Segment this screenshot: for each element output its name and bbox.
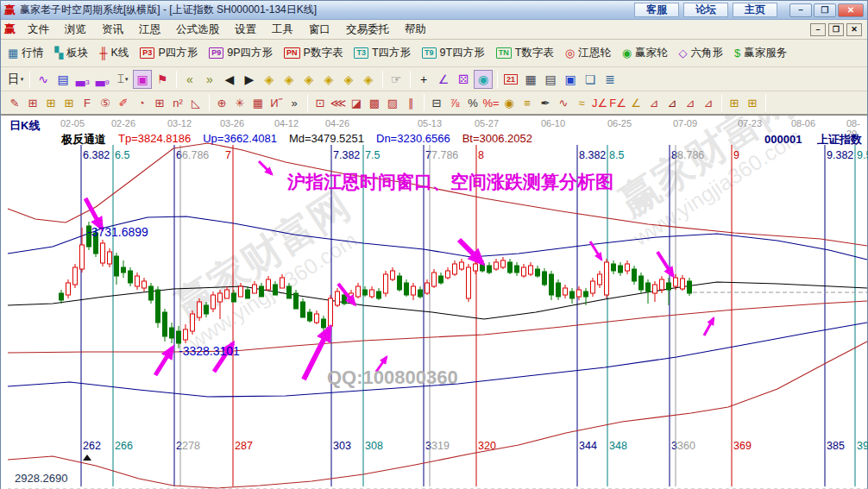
timeshare-icon[interactable]: ∿ [34, 70, 53, 89]
grid-icon[interactable]: ⊞ [24, 94, 41, 112]
ying-angle-icon[interactable]: ⊿ [682, 94, 699, 112]
more-tools-icon[interactable]: » [286, 94, 303, 112]
chart-switch-icon[interactable]: ▣ [133, 70, 152, 89]
parallel-lines-icon[interactable]: ∥ [402, 94, 419, 112]
menu-item-资讯[interactable]: 资讯 [94, 22, 131, 37]
compress-x-icon[interactable]: ◈ [319, 70, 338, 89]
chart-canvas[interactable]: 赢家财富网www.yingjia360.com赢家财富网www.yingjia3… [1, 116, 868, 489]
color-flag-icon[interactable]: ⚑ [153, 70, 172, 89]
toolbar-t-table-button[interactable]: TNT数字表 [496, 46, 554, 60]
minimize-button[interactable]: – [789, 3, 812, 17]
wave-icon[interactable]: ∿ [555, 94, 572, 112]
candle-style-icon[interactable]: ⌶▾ [113, 70, 132, 89]
percent-cut-icon[interactable]: ⅞ [446, 94, 463, 112]
forum-button[interactable]: 论坛 [683, 3, 728, 17]
toolbar-winner-wheel-button[interactable]: ◉赢家轮 [622, 46, 668, 60]
f-grid-icon[interactable]: F [79, 94, 96, 112]
homepage-button[interactable]: 主页 [733, 3, 777, 17]
gold-coin-icon[interactable]: ◉ [500, 94, 518, 112]
n-square-icon[interactable]: n² [169, 94, 186, 112]
menu-item-工具[interactable]: 工具 [264, 22, 301, 37]
toolbar-winner-service-button[interactable]: $赢家服务 [734, 46, 787, 60]
restore-button[interactable]: ❐ [814, 3, 836, 17]
menu-item-帮助[interactable]: 帮助 [397, 22, 434, 37]
toolbar-p-table-button[interactable]: PNP数字表 [284, 46, 343, 60]
toolbar-gann-wheel-button[interactable]: ◎江恩轮 [565, 46, 611, 60]
menu-item-浏览[interactable]: 浏览 [57, 22, 94, 37]
dice-tool-icon[interactable]: ⚄ [454, 70, 473, 89]
mdi-minimize-button[interactable]: – [810, 23, 826, 36]
next-bar-icon[interactable]: ▶ [240, 70, 259, 89]
red-brush-icon[interactable]: ✐ [115, 94, 132, 112]
dense-grid-icon[interactable]: ▩ [366, 94, 383, 112]
menu-item-公式选股[interactable]: 公式选股 [168, 22, 227, 37]
web-icon[interactable]: ✳ [231, 94, 248, 112]
hatch-grid-icon[interactable]: ▨ [384, 94, 401, 112]
j-angle-icon[interactable]: J∠ [591, 94, 608, 112]
menu-item-交易委托[interactable]: 交易委托 [338, 22, 397, 37]
speed-line-icon[interactable]: ⊿ [645, 94, 663, 112]
expand-all-icon[interactable]: ◈ [339, 70, 358, 89]
bars-9-icon[interactable]: ▃₉ [93, 70, 112, 89]
gold-angle-icon[interactable]: ∠ [627, 94, 645, 112]
multi-window-icon[interactable]: ❏ [581, 70, 600, 89]
toolbar-kline-button[interactable]: ╫K线 [99, 46, 129, 60]
time-circle-icon[interactable]: ◔ [133, 94, 150, 112]
fit-screen-icon[interactable]: ◈ [359, 70, 378, 89]
gold-eq-icon[interactable]: ≡ [519, 94, 536, 112]
square-web-icon[interactable]: ▦ [249, 94, 267, 112]
f-angle-icon[interactable]: F∠ [609, 94, 626, 112]
close-button[interactable]: ✕ [838, 3, 864, 17]
toolbar-hexagon-button[interactable]: ◇六角形 [678, 46, 723, 60]
gold-square-2-icon[interactable]: ⊞ [744, 94, 761, 112]
mdi-close-button[interactable]: ✕ [846, 23, 862, 36]
calendar-21-icon[interactable]: 21 [501, 70, 520, 89]
menu-item-江恩[interactable]: 江恩 [131, 22, 168, 37]
toolbar-9t-square-button[interactable]: T99T四方形 [422, 46, 485, 60]
gold-grid-icon[interactable]: ⊞ [42, 94, 60, 112]
i-mark-icon[interactable]: И˝ [267, 94, 285, 112]
menu-item-文件[interactable]: 文件 [20, 22, 57, 37]
brush-icon[interactable]: ✎ [6, 94, 23, 112]
menu-item-窗口[interactable]: 窗口 [301, 22, 338, 37]
gold-wave-icon[interactable]: ≈ [573, 94, 590, 112]
fan-lines-icon[interactable]: ⋘ [330, 94, 347, 112]
notepad-icon[interactable]: ▤ [541, 70, 560, 89]
menu-item-设置[interactable]: 设置 [227, 22, 264, 37]
ink-brush-icon[interactable]: ✒ [537, 94, 554, 112]
prev-bar-icon[interactable]: ◀ [220, 70, 239, 89]
info-doc-icon[interactable]: ▤ [53, 70, 72, 89]
period-day-icon[interactable]: 日▾ [6, 70, 25, 89]
toolbar-t-square-button[interactable]: T3T四方形 [354, 46, 411, 60]
gold-square-icon[interactable]: ⊞ [726, 94, 743, 112]
gold-grid-2-icon[interactable]: ⊞ [60, 94, 78, 112]
toolbar-p-square-button[interactable]: P3P四方形 [140, 46, 198, 60]
angle-tool-icon[interactable]: ∠ [434, 70, 453, 89]
cycle-tool-icon[interactable]: ◉ [474, 70, 493, 89]
fan-square-icon[interactable]: ◪ [348, 94, 365, 112]
bars-3-icon[interactable]: ▃₃ [73, 70, 92, 89]
gann-crosshair-icon[interactable]: ⊕ [213, 94, 230, 112]
four-angle-icon[interactable]: ⊿ [700, 94, 717, 112]
percent-table-icon[interactable]: ⊟ [428, 94, 445, 112]
toolbar-sectors-button[interactable]: ▚板块 [54, 46, 88, 60]
angle-sail-icon[interactable]: ◺ [187, 94, 204, 112]
zoom-right-icon[interactable]: ◈ [280, 70, 299, 89]
square-frame-icon[interactable]: ⊡ [311, 94, 329, 112]
percent-icon[interactable]: % [464, 94, 481, 112]
zoom-left-icon[interactable]: ◈ [260, 70, 279, 89]
mdi-restore-button[interactable]: ❐ [828, 23, 844, 36]
expand-x-icon[interactable]: ◈ [299, 70, 318, 89]
service-button[interactable]: 客服 [634, 3, 679, 17]
calculator-icon[interactable]: ▦ [521, 70, 540, 89]
save-icon[interactable]: ▣ [561, 70, 580, 89]
reverse-angle-icon[interactable]: ⊿ [664, 94, 681, 112]
first-page-icon[interactable]: « [180, 70, 199, 89]
circle-5-icon[interactable]: ⑤ [97, 94, 114, 112]
data-manager-icon[interactable]: ≣ [601, 70, 620, 89]
crosshair-tool-icon[interactable]: + [414, 70, 433, 89]
toolbar-quotes-button[interactable]: ▦行情 [8, 46, 43, 60]
hand-tool-icon[interactable]: ☞ [387, 70, 406, 89]
grid-2-icon[interactable]: ⊞ [151, 94, 168, 112]
percent-eq-icon[interactable]: %= [482, 94, 500, 112]
